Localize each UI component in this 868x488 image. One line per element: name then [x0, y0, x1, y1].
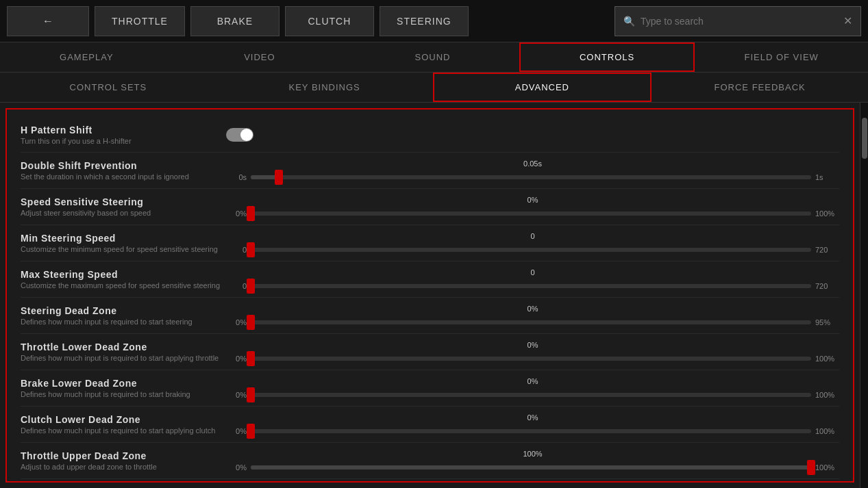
slider-thumb-brake_lower_dead_zone[interactable]: [247, 387, 255, 402]
slider-max-label: 1s: [815, 173, 839, 181]
slider-row: 0% 100%: [226, 391, 839, 399]
sub-tab-key-bindings[interactable]: KEY BINDINGS: [216, 74, 433, 101]
slider-thumb-throttle_upper_dead_zone[interactable]: [807, 460, 815, 475]
slider-min-label: 0%: [226, 318, 247, 326]
setting-control-throttle_lower_dead_zone: 0% 0% 100%: [226, 341, 839, 363]
slider-container-throttle_upper_dead_zone: 100% 0% 100%: [226, 450, 839, 472]
tab-brake[interactable]: Brake: [190, 6, 280, 36]
setting-desc: Turn this on if you use a H-shifter: [21, 137, 226, 145]
toggle-container: [226, 128, 253, 142]
slider-track-clutch_lower_dead_zone[interactable]: [251, 429, 811, 433]
slider-row: 0% 100%: [226, 209, 839, 218]
slider-track-throttle_upper_dead_zone[interactable]: [251, 465, 811, 470]
setting-row: Min Steering Speed Customize the minimum…: [21, 225, 839, 261]
nav-tab-sound[interactable]: SOUND: [346, 44, 519, 70]
setting-info-clutch_lower_dead_zone: Clutch Lower Dead Zone Defines how much …: [21, 414, 226, 435]
slider-value-top: 0%: [528, 413, 538, 422]
slider-track-double_shift_prevention[interactable]: [251, 175, 811, 179]
scrollbar-thumb[interactable]: [862, 118, 867, 159]
scrollbar[interactable]: [860, 103, 868, 488]
slider-min-label: 0%: [226, 391, 247, 399]
setting-control-speed_sensitive_steering: 0% 0% 100%: [226, 196, 839, 218]
slider-min-label: 0s: [226, 173, 247, 181]
setting-control-brake_lower_dead_zone: 0% 0% 100%: [226, 377, 839, 399]
slider-track-brake_lower_dead_zone[interactable]: [251, 393, 811, 397]
setting-name: Throttle Lower Dead Zone: [21, 342, 226, 352]
nav-tab-gameplay[interactable]: GAMEPLAY: [0, 44, 173, 70]
nav-tab-video[interactable]: VIDEO: [173, 44, 347, 70]
search-input[interactable]: [641, 16, 843, 27]
search-box: 🔍 ✕: [615, 6, 861, 36]
tab-steering[interactable]: Steering: [380, 6, 469, 36]
setting-control-steering_dead_zone: 0% 0% 95%: [226, 305, 839, 326]
search-clear-icon[interactable]: ✕: [843, 14, 852, 27]
search-icon: 🔍: [623, 16, 635, 27]
settings-panel: H Pattern Shift Turn this on if you use …: [5, 108, 854, 483]
setting-row: H Pattern Shift Turn this on if you use …: [21, 118, 839, 153]
setting-info-h_pattern_shift: H Pattern Shift Turn this on if you use …: [21, 125, 226, 145]
slider-container-steering_dead_zone: 0% 0% 95%: [226, 305, 839, 326]
sub-tab-force-feedback[interactable]: FORCE FEEDBACK: [652, 74, 868, 101]
toggle-h_pattern_shift[interactable]: [226, 128, 253, 142]
slider-thumb-min_steering_speed[interactable]: [247, 242, 255, 257]
slider-max-label: 720: [815, 282, 839, 290]
slider-value-top: 0%: [528, 196, 538, 204]
setting-name: Max Steering Speed: [21, 269, 226, 280]
slider-thumb-steering_dead_zone[interactable]: [247, 315, 255, 330]
slider-thumb-double_shift_prevention[interactable]: [275, 170, 283, 185]
back-button[interactable]: ←: [7, 6, 89, 36]
setting-row: Brake Lower Dead Zone Defines how much i…: [21, 370, 839, 407]
setting-desc: Set the duration in which a second input…: [21, 172, 226, 181]
slider-thumb-clutch_lower_dead_zone[interactable]: [247, 424, 255, 439]
slider-value-top: 0%: [528, 305, 538, 313]
main-content: H Pattern Shift Turn this on if you use …: [0, 103, 868, 488]
setting-desc: Adjust to add upper dead zone to throttl…: [21, 463, 226, 471]
slider-value-top: 0.05s: [523, 159, 542, 168]
sub-tab-advanced[interactable]: ADVANCED: [433, 73, 652, 102]
slider-max-label: 100%: [815, 427, 839, 435]
slider-track-max_steering_speed[interactable]: [251, 284, 811, 288]
setting-row: Throttle Upper Dead Zone Adjust to add u…: [21, 443, 839, 479]
setting-info-max_steering_speed: Max Steering Speed Customize the maximum…: [21, 269, 226, 290]
setting-name: Clutch Lower Dead Zone: [21, 414, 226, 425]
setting-name: Steering Dead Zone: [21, 305, 226, 316]
setting-info-throttle_upper_dead_zone: Throttle Upper Dead Zone Adjust to add u…: [21, 450, 226, 471]
setting-name: Double Shift Prevention: [21, 160, 226, 171]
setting-control-double_shift_prevention: 0.05s 0s 1s: [226, 159, 839, 181]
setting-info-speed_sensitive_steering: Speed Sensitive Steering Adjust steer se…: [21, 196, 226, 217]
slider-max-label: 95%: [815, 318, 839, 326]
nav-tab-controls[interactable]: CONTROLS: [519, 42, 695, 72]
slider-min-label: 0: [226, 282, 247, 290]
slider-track-throttle_lower_dead_zone[interactable]: [251, 357, 811, 361]
slider-min-label: 0%: [226, 209, 247, 218]
slider-min-label: 0%: [226, 463, 247, 472]
setting-control-throttle_upper_dead_zone: 100% 0% 100%: [226, 450, 839, 472]
slider-thumb-speed_sensitive_steering[interactable]: [247, 206, 255, 221]
slider-max-label: 100%: [815, 463, 839, 472]
slider-min-label: 0%: [226, 427, 247, 435]
slider-value-top: 0%: [528, 377, 538, 385]
tab-clutch[interactable]: Clutch: [285, 6, 374, 36]
tab-throttle[interactable]: Throttle: [95, 6, 185, 36]
setting-control-min_steering_speed: 0 0 720: [226, 232, 839, 254]
top-bar: ← Throttle Brake Clutch Steering 🔍 ✕: [0, 0, 868, 42]
setting-info-brake_lower_dead_zone: Brake Lower Dead Zone Defines how much i…: [21, 378, 226, 398]
sub-tab-control-sets[interactable]: CONTROL SETS: [0, 74, 216, 101]
nav-tabs: GAMEPLAY VIDEO SOUND CONTROLS FIELD OF V…: [0, 42, 868, 73]
slider-value-top: 100%: [523, 450, 542, 458]
slider-track-speed_sensitive_steering[interactable]: [251, 211, 811, 216]
slider-container-brake_lower_dead_zone: 0% 0% 100%: [226, 377, 839, 399]
setting-desc: Defines how much input is required to st…: [21, 426, 226, 435]
slider-track-steering_dead_zone[interactable]: [251, 320, 811, 324]
setting-name: Min Steering Speed: [21, 233, 226, 244]
setting-row: Throttle Lower Dead Zone Defines how muc…: [21, 334, 839, 370]
slider-container-throttle_lower_dead_zone: 0% 0% 100%: [226, 341, 839, 363]
slider-thumb-throttle_lower_dead_zone[interactable]: [247, 351, 255, 366]
slider-thumb-max_steering_speed[interactable]: [247, 279, 255, 294]
setting-row: Speed Sensitive Steering Adjust steer se…: [21, 189, 839, 225]
slider-max-label: 720: [815, 246, 839, 254]
slider-row: 0% 100%: [226, 355, 839, 363]
nav-tab-fov[interactable]: FIELD OF VIEW: [695, 44, 868, 70]
slider-track-min_steering_speed[interactable]: [251, 248, 811, 252]
setting-name: Throttle Upper Dead Zone: [21, 450, 226, 461]
